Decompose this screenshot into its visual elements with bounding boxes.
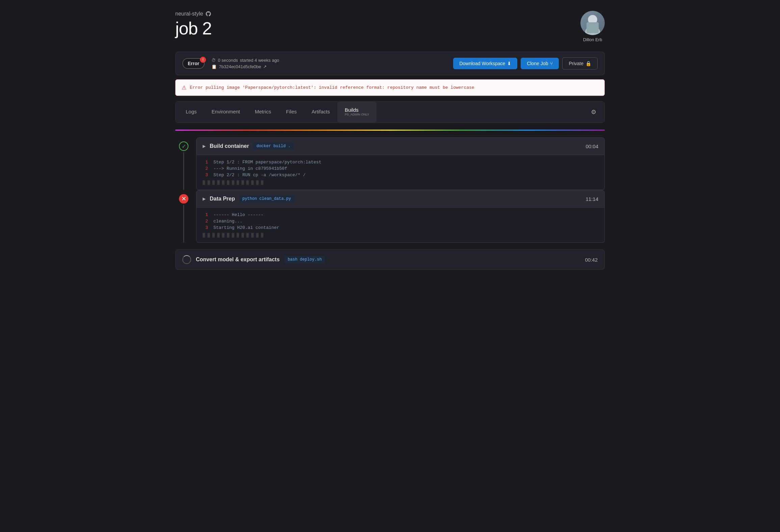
warning-icon: ⚠ <box>182 84 186 91</box>
build-container-time: 00:04 <box>586 143 598 149</box>
project-name-text: neural-style <box>175 11 203 17</box>
data-prep-time: 11:14 <box>586 196 598 202</box>
expand-icon-1[interactable]: ▶ <box>203 144 206 149</box>
badge-label: Error <box>188 61 199 66</box>
build-timeline-1: ✓ <box>175 137 192 190</box>
data-prep-section: ✕ ▶ Data Prep python clean_data.py 11:14… <box>175 190 605 243</box>
error-message: Error pulling image 'Paperspace/pytorch:… <box>190 85 474 90</box>
build-block-1: ▶ Build container docker build . 00:04 1… <box>196 137 605 190</box>
gear-icon: ⚙ <box>591 109 596 115</box>
tab-metrics[interactable]: Metrics <box>248 103 279 121</box>
duration-text: 0 seconds <box>218 58 238 63</box>
error-badge: Error ! <box>182 58 205 69</box>
project-name-row: neural-style <box>175 11 212 17</box>
error-indicator: ! <box>200 57 206 63</box>
build-block-2: ▶ Data Prep python clean_data.py 11:14 1… <box>196 190 605 243</box>
log-num: 2 <box>203 219 208 224</box>
error-banner: ⚠ Error pulling image 'Paperspace/pytorc… <box>175 79 605 96</box>
log-num: 3 <box>203 225 208 230</box>
settings-button[interactable]: ⚙ <box>586 104 602 120</box>
tab-builds-badge: PS_ADMIN ONLY <box>345 113 369 116</box>
log-fade-1: ▓ ▓ ▓ ▓ ▓ ▓ ▓ ▓ ▓ ▓ ▓ ▓ ▓ <box>203 179 598 185</box>
log-num: 3 <box>203 172 208 178</box>
clone-label: Clone Job <box>527 61 548 66</box>
log-line-2-1: 1 ------ Hello ------ <box>203 212 598 217</box>
page-title: job 2 <box>175 18 212 38</box>
convert-card: Convert model & export artifacts bash de… <box>175 249 605 270</box>
svg-rect-3 <box>587 22 599 33</box>
log-text: cleaning... <box>213 219 242 224</box>
data-prep-name: Data Prep <box>210 196 235 202</box>
log-text: ---> Running in c8795941b50f <box>213 166 287 171</box>
clock-icon: ⏱ <box>211 58 216 63</box>
user-profile: Dillon Erb <box>580 11 605 42</box>
page-header: neural-style job 2 Dillon Erb <box>175 11 605 42</box>
log-fade-2: ▓ ▓ ▓ ▓ ▓ ▓ ▓ ▓ ▓ ▓ ▓ ▓ ▓ <box>203 232 598 238</box>
timeline-line-2 <box>183 205 184 243</box>
status-left: Error ! ⏱ 0 seconds started 4 weeks ago … <box>182 58 279 69</box>
build-container-cmd: docker build . <box>253 142 294 150</box>
calendar-icon: 📋 <box>211 64 217 69</box>
status-meta: ⏱ 0 seconds started 4 weeks ago 📋 7b324e… <box>211 58 279 69</box>
duration-row: ⏱ 0 seconds started 4 weeks ago <box>211 58 279 63</box>
log-num: 1 <box>203 212 208 217</box>
tabs-bar: Logs Environment Metrics Files Artifacts… <box>175 101 605 123</box>
avatar <box>580 11 605 35</box>
tab-artifacts[interactable]: Artifacts <box>304 103 337 121</box>
log-line-1-3: 3 Step 2/2 : RUN cp -a /workspace/* / <box>203 172 598 178</box>
log-line-2-2: 2 cleaning... <box>203 219 598 224</box>
tab-files[interactable]: Files <box>279 103 304 121</box>
build-timeline-2: ✕ <box>175 190 192 243</box>
log-text: ------ Hello ------ <box>213 212 263 217</box>
build-container-name: Build container <box>210 143 249 149</box>
download-icon: ⬇ <box>507 61 511 66</box>
private-label: Private <box>569 61 583 66</box>
convert-time: 00:42 <box>585 257 598 263</box>
log-num: 1 <box>203 160 208 165</box>
tab-builds[interactable]: Builds PS_ADMIN ONLY <box>337 102 376 123</box>
user-name: Dillon Erb <box>583 37 602 42</box>
fork-icon: ⑂ <box>550 61 553 66</box>
convert-cmd: bash deploy.sh <box>284 256 325 263</box>
build-container-log: 1 Step 1/2 : FROM paperspace/pytorch:lat… <box>196 155 605 190</box>
log-text: Starting H20.ai container <box>213 225 279 230</box>
log-text: Step 2/2 : RUN cp -a /workspace/* / <box>213 172 306 178</box>
spinner-icon <box>182 255 191 264</box>
rainbow-separator <box>175 130 605 131</box>
clone-job-button[interactable]: Clone Job ⑂ <box>521 58 559 69</box>
status-card: Error ! ⏱ 0 seconds started 4 weeks ago … <box>175 52 605 75</box>
build-container-section: ✓ ▶ Build container docker build . 00:04… <box>175 137 605 190</box>
tab-environment[interactable]: Environment <box>204 103 248 121</box>
external-link-icon[interactable]: ↗ <box>263 64 267 69</box>
github-icon <box>205 11 211 17</box>
log-line-1-1: 1 Step 1/2 : FROM paperspace/pytorch:lat… <box>203 160 598 165</box>
data-prep-header[interactable]: ▶ Data Prep python clean_data.py 11:14 <box>196 190 605 208</box>
commit-row: 📋 7b324ec041d5cfe0be ↗ <box>211 64 279 69</box>
project-info: neural-style job 2 <box>175 11 212 38</box>
commit-hash: 7b324ec041d5cfe0be <box>219 64 261 69</box>
log-text: Step 1/2 : FROM paperspace/pytorch:lates… <box>213 160 321 165</box>
timeline-line-1 <box>183 152 184 190</box>
build-container-header[interactable]: ▶ Build container docker build . 00:04 <box>196 137 605 155</box>
tab-logs[interactable]: Logs <box>178 103 204 121</box>
log-line-2-3: 3 Starting H20.ai container <box>203 225 598 230</box>
log-line-1-2: 2 ---> Running in c8795941b50f <box>203 166 598 171</box>
data-prep-cmd: python clean_data.py <box>239 195 294 203</box>
error-icon-2: ✕ <box>179 194 188 204</box>
started-text: started 4 weeks ago <box>240 58 279 63</box>
convert-name: Convert model & export artifacts <box>196 257 280 263</box>
expand-icon-2[interactable]: ▶ <box>203 196 206 201</box>
download-workspace-button[interactable]: Download Workspace ⬇ <box>453 58 517 69</box>
status-actions: Download Workspace ⬇ Clone Job ⑂ Private… <box>453 57 598 70</box>
lock-icon: 🔒 <box>586 61 591 66</box>
builds-content: ✓ ▶ Build container docker build . 00:04… <box>175 137 605 270</box>
download-label: Download Workspace <box>459 61 505 66</box>
data-prep-log: 1 ------ Hello ------ 2 cleaning... 3 St… <box>196 208 605 243</box>
private-button[interactable]: Private 🔒 <box>562 57 598 70</box>
success-icon-1: ✓ <box>179 141 188 151</box>
log-num: 2 <box>203 166 208 171</box>
